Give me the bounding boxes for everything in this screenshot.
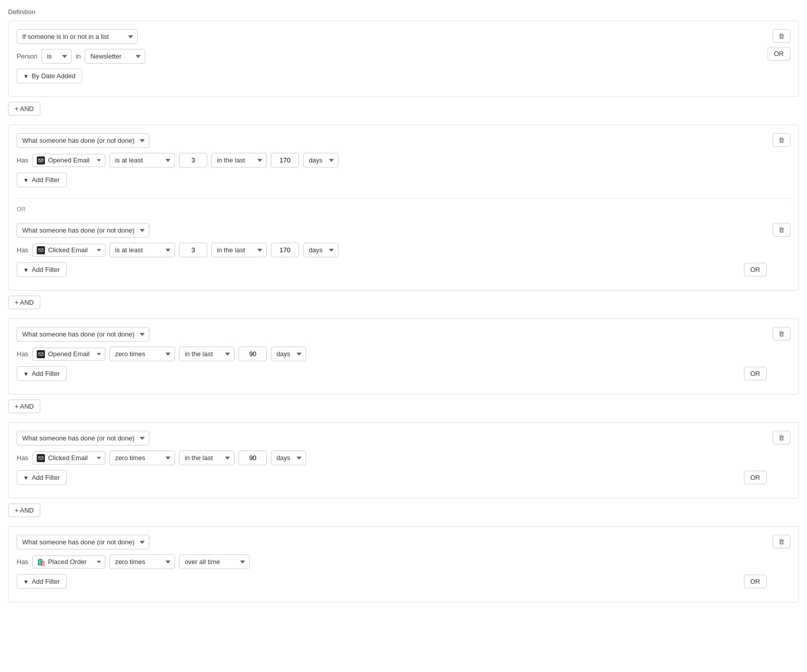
filter-icon-5: ▼ — [23, 579, 29, 585]
timeframe-dropdown-3[interactable]: in the last — [179, 347, 235, 361]
add-filter-button-2[interactable]: ▼ Add Filter — [17, 173, 67, 187]
list-name-dropdown[interactable]: Newsletter — [85, 49, 145, 64]
event-text-2: Opened Email — [48, 156, 89, 164]
days-input-2[interactable] — [271, 153, 299, 167]
condition-block-5: What someone has done (or not done) Has … — [8, 526, 799, 602]
condition-dropdown-2b[interactable]: is at least — [109, 243, 175, 257]
event-text-5: Placed Order — [48, 558, 87, 566]
has-label-3: Has — [17, 350, 28, 358]
action-condition-dropdown-3[interactable]: What someone has done (or not done) — [17, 327, 149, 342]
filter-icon-2: ▼ — [23, 177, 29, 183]
condition-block-2: What someone has done (or not done) Has … — [8, 125, 799, 291]
filter-icon-3: ▼ — [23, 371, 29, 377]
or-label-inner-2: OR — [17, 206, 26, 213]
event-dropdown-2[interactable]: Opened Email — [32, 154, 105, 167]
condition-dropdown-2[interactable]: is at least — [109, 153, 175, 167]
person-is-dropdown[interactable]: is — [41, 49, 72, 64]
days-unit-dropdown-4[interactable]: days — [271, 451, 306, 465]
filter-icon-4: ▼ — [23, 475, 29, 481]
add-filter-button-3[interactable]: ▼ Add Filter — [17, 366, 67, 381]
delete-block-5-button[interactable]: 🗑 — [773, 535, 790, 548]
trash-icon-2b: 🗑 — [778, 226, 785, 234]
event-dropdown-2b[interactable]: Clicked Email — [32, 244, 105, 257]
section-title: Definition — [8, 8, 799, 16]
svg-rect-2 — [39, 249, 43, 252]
add-filter-button-4[interactable]: ▼ Add Filter — [17, 470, 67, 485]
and-button-3[interactable]: + AND — [8, 400, 40, 413]
or-divider-2 — [17, 198, 790, 199]
svg-rect-3 — [39, 353, 43, 356]
email-icon-3 — [37, 350, 45, 358]
event-text-3: Opened Email — [48, 350, 89, 358]
timeframe-dropdown-2b[interactable]: in the last — [211, 243, 267, 257]
delete-block-1-button[interactable]: 🗑 — [773, 29, 790, 43]
or-button-5[interactable]: OR — [744, 575, 767, 588]
event-dropdown-3[interactable]: Opened Email — [32, 348, 105, 361]
count-input-2[interactable] — [179, 153, 207, 167]
email-icon-4 — [37, 454, 45, 462]
add-filter-button-5[interactable]: ▼ Add Filter — [17, 574, 67, 589]
timeframe-dropdown-4[interactable]: in the last — [179, 451, 235, 465]
condition-dropdown-3[interactable]: zero times — [109, 347, 175, 361]
delete-block-2b-button[interactable]: 🗑 — [773, 223, 790, 237]
trash-icon-2: 🗑 — [778, 136, 785, 144]
event-dropdown-4[interactable]: Clicked Email — [32, 452, 105, 465]
person-label: Person — [17, 52, 37, 60]
timeframe-dropdown-2[interactable]: in the last — [211, 153, 267, 167]
list-condition-dropdown[interactable]: If someone is in or not in a list — [17, 29, 138, 44]
action-condition-dropdown-5[interactable]: What someone has done (or not done) — [17, 535, 149, 549]
in-label: in — [76, 52, 81, 60]
has-label-4: Has — [17, 454, 28, 462]
trash-icon: 🗑 — [778, 32, 785, 40]
and-button-1[interactable]: + AND — [8, 102, 40, 116]
days-unit-dropdown-2b[interactable]: days — [303, 243, 338, 257]
days-input-3[interactable] — [239, 347, 267, 361]
or-button-3[interactable]: OR — [744, 367, 767, 380]
action-condition-dropdown-2[interactable]: What someone has done (or not done) — [17, 133, 149, 148]
count-input-2b[interactable] — [179, 243, 207, 257]
condition-block-3: What someone has done (or not done) Has … — [8, 318, 799, 395]
filter-icon-2b: ▼ — [23, 267, 29, 273]
trash-icon-4: 🗑 — [778, 434, 785, 441]
has-label-2b: Has — [17, 246, 28, 254]
trash-icon-5: 🗑 — [778, 538, 785, 545]
or-button-2b[interactable]: OR — [744, 263, 767, 276]
and-separator-4: + AND — [8, 503, 799, 522]
condition-dropdown-5[interactable]: zero times — [109, 554, 175, 569]
delete-block-2-button[interactable]: 🗑 — [773, 133, 790, 147]
has-label-2: Has — [17, 156, 28, 164]
and-button-2[interactable]: + AND — [8, 296, 40, 309]
and-button-4[interactable]: + AND — [8, 503, 40, 517]
delete-block-4-button[interactable]: 🗑 — [773, 431, 790, 444]
trash-icon-3: 🗑 — [778, 330, 785, 338]
condition-dropdown-4[interactable]: zero times — [109, 451, 175, 465]
or-button-4[interactable]: OR — [744, 471, 767, 484]
has-label-5: Has — [17, 558, 28, 566]
days-input-2b[interactable] — [271, 243, 299, 257]
and-separator-2: + AND — [8, 296, 799, 314]
shopify-icon-5: 🛍️ — [37, 558, 45, 566]
or-block-1-button[interactable]: OR — [768, 47, 791, 61]
condition-block-1: If someone is in or not in a list Person… — [8, 21, 799, 97]
filter-icon: ▼ — [23, 73, 29, 79]
action-condition-dropdown-4[interactable]: What someone has done (or not done) — [17, 431, 149, 445]
event-text-2b: Clicked Email — [48, 246, 88, 254]
sub-block-clicked-email: What someone has done (or not done) Has … — [17, 217, 790, 282]
event-text-4: Clicked Email — [48, 454, 88, 462]
action-condition-dropdown-2b[interactable]: What someone has done (or not done) — [17, 223, 149, 238]
by-date-button[interactable]: ▼ By Date Added — [17, 69, 82, 83]
condition-block-4: What someone has done (or not done) Has … — [8, 422, 799, 498]
days-unit-dropdown-2[interactable]: days — [303, 153, 338, 167]
and-separator-1: + AND — [8, 102, 799, 121]
and-separator-3: + AND — [8, 400, 799, 418]
days-input-4[interactable] — [239, 451, 267, 465]
event-dropdown-5[interactable]: 🛍️ Placed Order — [32, 555, 105, 569]
days-unit-dropdown-3[interactable]: days — [271, 347, 306, 361]
add-filter-button-2b[interactable]: ▼ Add Filter — [17, 262, 67, 277]
email-icon-2 — [37, 156, 45, 164]
timeframe-dropdown-5[interactable]: over all time — [179, 554, 250, 569]
delete-block-3-button[interactable]: 🗑 — [773, 327, 790, 341]
svg-rect-4 — [39, 457, 43, 460]
email-icon-2b — [37, 246, 45, 254]
